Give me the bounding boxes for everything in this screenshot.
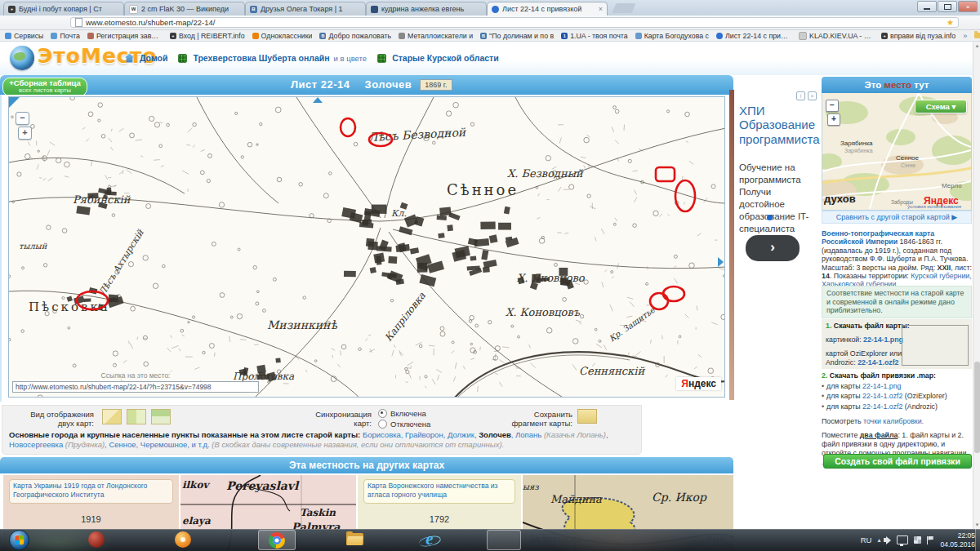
map-zoom-out-button[interactable]: − <box>16 112 29 125</box>
view-mode-split-horizontal-button[interactable] <box>151 409 171 424</box>
chrome-taskbar-active[interactable] <box>258 530 296 550</box>
tab-close-icon[interactable]: × <box>599 5 603 13</box>
bookmark-klad[interactable]: KLAD.KIEV.UA - здес <box>799 32 874 40</box>
address-bar[interactable]: www.etomesto.ru/shubert-map/22-14/ ★ <box>70 17 959 28</box>
view-mode-split-vertical-button[interactable] <box>127 409 146 424</box>
share-link-input[interactable] <box>12 381 259 393</box>
create-calibration-button[interactable]: Создать свой файл привязки <box>823 454 972 469</box>
ad-next-button[interactable]: › <box>746 235 800 261</box>
bookmark-bogodukhov[interactable]: Карта Богодухова с <box>635 32 709 40</box>
terms-link[interactable]: условия использования <box>907 204 961 209</box>
old-map-viewport[interactable]: Лѣсъ БезводнойХ. БезводныйРябинскійтылый… <box>8 96 725 398</box>
bookmark-po-dolinam[interactable]: В"По долинам и по в <box>480 32 554 40</box>
nav-starye-kurskoy[interactable]: Старые Курской области <box>392 53 499 63</box>
yandex-minimap[interactable]: ЗарябинкаЗарябинкаСенноеСіннеМерлодуховЗ… <box>822 93 972 211</box>
tab-1[interactable]: + Будні і побут копаря | Ст <box>3 2 124 16</box>
notification-flag-icon[interactable] <box>927 536 934 544</box>
bookmark-odnoklassniki[interactable]: Одноклассники <box>252 32 313 40</box>
view-mode-overlap-button[interactable] <box>102 409 122 424</box>
bookmark-registracia[interactable]: Регистрация заверш <box>87 32 163 40</box>
map-zoom-in-button[interactable]: + <box>18 127 32 140</box>
tab-4[interactable]: кудрина анжелка евгень <box>366 2 487 16</box>
display-icon[interactable] <box>897 535 908 544</box>
map-thumbnail[interactable] <box>902 325 969 366</box>
map-place-label: Х. Безводный <box>507 167 584 180</box>
city-links[interactable]: Борисовка, Грайворон, Должик, <box>363 430 479 439</box>
explorer-icon[interactable] <box>346 533 363 545</box>
minimap-zoom-out-button[interactable]: − <box>826 100 839 112</box>
carousel-dot[interactable] <box>782 215 787 220</box>
png-download-link[interactable]: 22-14-1.png <box>863 335 903 344</box>
skype-taskbar-active[interactable]: S <box>487 530 521 550</box>
scrollbar-thumb[interactable] <box>974 362 980 453</box>
tab-3[interactable]: В Друзья Олега Токаря | 1 <box>245 2 366 16</box>
card-title[interactable]: Карта Воронежского наместничества из атл… <box>363 479 515 504</box>
pan-up-icon[interactable] <box>313 97 323 103</box>
bookmark-1ua[interactable]: 11.UA - твоя почта <box>561 32 627 40</box>
carousel-dot-active[interactable] <box>767 215 773 220</box>
close-button[interactable]: × <box>958 1 978 12</box>
page-scrollbar[interactable]: ▲ ▼ <box>973 42 980 529</box>
minimap-label: духов <box>824 193 856 205</box>
bookmark-vpravy[interactable]: +вправи від пуза.info <box>881 32 956 40</box>
start-button[interactable] <box>9 530 29 550</box>
radio-selected-icon <box>378 409 387 418</box>
map-sheet-icon <box>377 54 386 63</box>
ad-title[interactable]: ХПИ Образование программиста <box>739 104 816 146</box>
ad-info-icon[interactable]: i <box>796 91 805 100</box>
tray-expand-icon[interactable]: ▴ <box>877 536 880 544</box>
calibration-item: •для карты 22-14-1.ozf2 (OziExplorer) <box>822 392 972 401</box>
card-title[interactable]: Карта Украины 1919 года от Лондонского Г… <box>9 479 173 504</box>
sync-off-radio[interactable]: Отключена <box>378 420 430 429</box>
tab-5-active[interactable]: Лист 22-14 с привязкой × <box>487 2 608 16</box>
bookmark-metalloiskateli[interactable]: Металлоискатели и <box>399 32 473 40</box>
taskbar-app-orange-icon[interactable] <box>175 531 191 548</box>
ad-close-icon[interactable]: × <box>808 91 817 100</box>
minimap-label: Сінне <box>901 162 915 168</box>
scroll-up-icon[interactable]: ▲ <box>974 43 980 48</box>
site-logo-globe-icon[interactable] <box>10 46 34 70</box>
calibration-points-link[interactable]: точки калибровки. <box>863 417 924 425</box>
overview-table-button[interactable]: +Сборная таблица всех листов карты <box>2 78 87 96</box>
bookmark-pochta[interactable]: Почта <box>51 32 79 40</box>
language-indicator[interactable]: RU <box>861 535 872 544</box>
map-corner-fold-icon[interactable] <box>9 97 20 108</box>
save-fragment-button[interactable] <box>577 409 597 424</box>
pan-right-icon[interactable] <box>718 257 724 267</box>
new-tab-button[interactable] <box>612 3 636 13</box>
map-file-link[interactable]: 22-14-1.ozf2 <box>862 402 902 411</box>
nav-v-cvete[interactable]: и в цвете <box>334 54 368 63</box>
bookmark-list-22-14[interactable]: Лист 22-14 с привяз <box>716 32 791 40</box>
other-bookmarks[interactable]: Другие закладки <box>974 32 980 40</box>
minimize-button[interactable] <box>917 1 937 12</box>
other-maps-header: Эта местность на других картах <box>0 457 733 473</box>
ozf2-download-link[interactable]: 22-14-1.ozf2 <box>858 358 898 367</box>
nav-trehverstovka[interactable]: Трехверстовка Шуберта онлайн <box>193 53 329 63</box>
preview-map-label: ilkov <box>182 479 210 491</box>
action-center-icon[interactable] <box>914 536 921 544</box>
tab-2[interactable]: W 2 cm FlaK 30 — Википеди <box>124 2 245 16</box>
scheme-dropdown-button[interactable]: Схема ▾ <box>915 100 967 113</box>
maximize-button[interactable] <box>938 1 957 12</box>
bookmark-dobro[interactable]: ВДобро пожаловать <box>319 32 391 40</box>
compare-link[interactable]: Сравнить с другой старой картой ▶ <box>822 211 972 224</box>
scroll-down-icon[interactable]: ▼ <box>974 522 980 527</box>
calibration-item: •для карты 22-14-1.png <box>822 382 972 391</box>
bookmark-star-icon[interactable]: ★ <box>947 18 954 27</box>
minimap-zoom-in-button[interactable]: + <box>827 113 840 126</box>
bookmarks-overflow-chevron[interactable]: » <box>963 32 967 40</box>
show-desktop-button[interactable] <box>975 529 980 551</box>
clock[interactable]: 22:05 04.05.2016 <box>940 531 975 548</box>
map-file-link[interactable]: 22-14-1.png <box>862 382 901 390</box>
bookmark-reibert[interactable]: +Вход | REIBERT.info <box>170 32 245 40</box>
sync-on-radio[interactable]: Включена <box>378 409 426 418</box>
nav-home[interactable]: Домой <box>140 53 167 63</box>
map-place-label: Мизинкинѣ <box>267 318 337 331</box>
volume-icon[interactable] <box>886 536 891 544</box>
map-file-link[interactable]: 22-14-1.ozf2 <box>862 392 902 400</box>
taskbar-app-red-icon[interactable] <box>88 531 105 548</box>
windows-logo-icon <box>15 535 24 545</box>
preview-map-label: Майдина <box>550 493 602 505</box>
internet-explorer-icon[interactable]: e <box>420 530 439 549</box>
bookmark-servisy[interactable]: Сервисы <box>5 32 43 40</box>
